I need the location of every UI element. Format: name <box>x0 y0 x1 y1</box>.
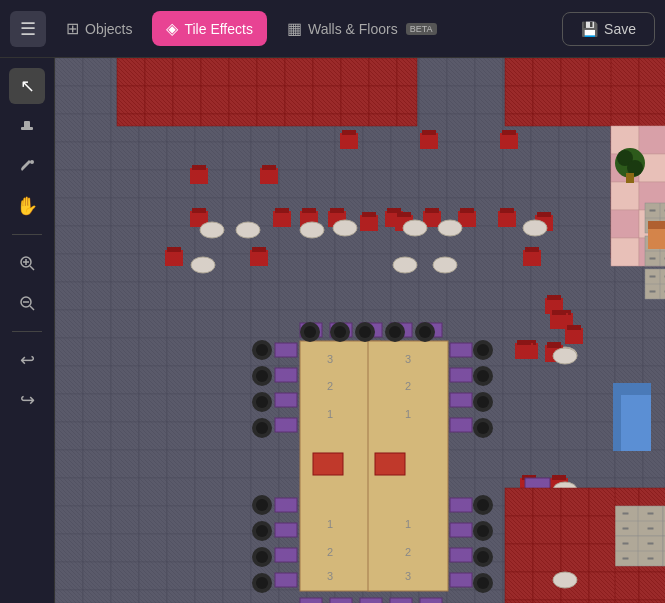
save-button[interactable]: 💾 Save <box>562 12 655 46</box>
tool-zoom-in[interactable] <box>9 245 45 281</box>
canvas-area[interactable] <box>55 58 665 603</box>
sidebar-divider-2 <box>12 331 42 332</box>
sidebar: ↖ ✋ ↩ ↪ <box>0 58 55 603</box>
tab-objects[interactable]: ⊞ Objects <box>52 11 146 46</box>
floor-canvas[interactable] <box>55 58 665 603</box>
tool-hand[interactable]: ✋ <box>9 188 45 224</box>
tab-walls-floors[interactable]: ▦ Walls & Floors BETA <box>273 11 451 46</box>
tool-paint[interactable] <box>9 148 45 184</box>
save-label: Save <box>604 21 636 37</box>
save-icon: 💾 <box>581 21 598 37</box>
svg-rect-1 <box>24 121 30 128</box>
tool-zoom-out[interactable] <box>9 285 45 321</box>
tab-tile-effects-label: Tile Effects <box>184 21 252 37</box>
tab-objects-label: Objects <box>85 21 132 37</box>
tool-stamp[interactable] <box>9 108 45 144</box>
tab-tile-effects[interactable]: ◈ Tile Effects <box>152 11 266 46</box>
menu-button[interactable]: ☰ <box>10 11 46 47</box>
tool-undo[interactable]: ↩ <box>9 342 45 378</box>
tool-select[interactable]: ↖ <box>9 68 45 104</box>
toolbar: ☰ ⊞ Objects ◈ Tile Effects ▦ Walls & Flo… <box>0 0 665 58</box>
tool-redo[interactable]: ↪ <box>9 382 45 418</box>
svg-line-4 <box>30 266 34 270</box>
svg-line-8 <box>30 306 34 310</box>
svg-point-2 <box>30 160 34 164</box>
objects-icon: ⊞ <box>66 19 79 38</box>
tab-walls-floors-label: Walls & Floors <box>308 21 398 37</box>
sidebar-divider-1 <box>12 234 42 235</box>
walls-floors-icon: ▦ <box>287 19 302 38</box>
tile-effects-icon: ◈ <box>166 19 178 38</box>
beta-badge: BETA <box>406 23 437 35</box>
main-layout: ↖ ✋ ↩ ↪ <box>0 58 665 603</box>
